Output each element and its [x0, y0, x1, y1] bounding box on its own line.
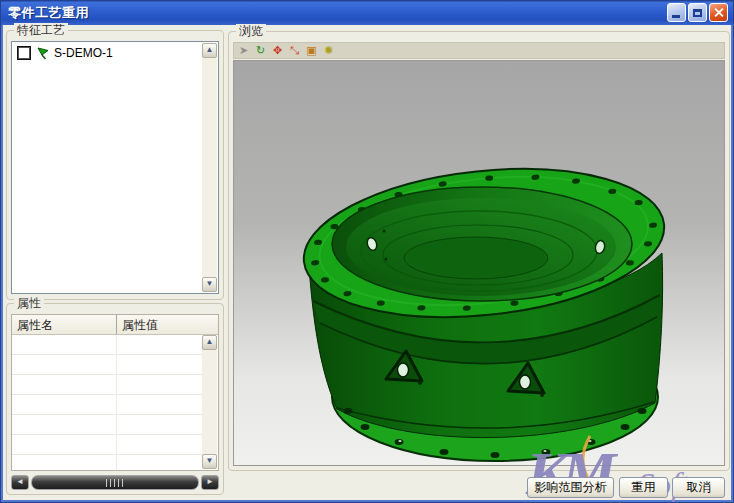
properties-table-body — [12, 335, 203, 470]
cancel-button[interactable]: 取消 — [672, 477, 725, 498]
minimize-button[interactable] — [667, 3, 686, 22]
maximize-icon — [693, 9, 702, 17]
scroll-up-button[interactable]: ▲ — [202, 43, 217, 58]
tree-item-s-demo-1[interactable]: S-DEMO-1 — [12, 42, 218, 60]
titlebar[interactable]: 零件工艺重用 — [0, 0, 734, 25]
close-icon — [713, 7, 724, 18]
browse-group: 浏览 ➤ ↻ ✥ ⤡ ▣ ✺ — [228, 31, 730, 471]
zoom-window-icon[interactable]: ▣ — [305, 44, 318, 57]
feature-process-group-label: 特征工艺 — [14, 23, 68, 37]
table-row — [12, 355, 203, 375]
maximize-button[interactable] — [688, 3, 707, 22]
properties-group: 属性 属性名 属性值 ▲ ▼ ◄ ► — [6, 303, 224, 495]
properties-group-label: 属性 — [14, 296, 44, 310]
browse-group-label: 浏览 — [236, 24, 266, 38]
window-controls — [667, 3, 728, 22]
green-flag-icon — [36, 47, 49, 60]
table-row — [12, 415, 203, 435]
view-toolbar: ➤ ↻ ✥ ⤡ ▣ ✺ — [233, 42, 725, 59]
minimize-icon — [672, 15, 680, 18]
impact-scope-analysis-button[interactable]: 影响范围分析 — [527, 477, 614, 498]
scrollbar-grip-icon — [106, 479, 124, 487]
tree-item-checkbox[interactable] — [17, 46, 31, 60]
pan-icon[interactable]: ✥ — [271, 44, 284, 57]
reuse-button[interactable]: 重用 — [619, 477, 668, 498]
dialog-window: 零件工艺重用 特征工艺 — [0, 0, 734, 503]
table-row — [12, 375, 203, 395]
properties-horizontal-scrollbar[interactable]: ◄ ► — [11, 475, 219, 490]
rotate-icon[interactable]: ↻ — [254, 44, 267, 57]
tree-item-label: S-DEMO-1 — [54, 46, 113, 60]
fit-view-icon[interactable]: ✺ — [322, 44, 335, 57]
table-row — [12, 335, 203, 355]
properties-table: 属性名 属性值 ▲ ▼ — [11, 314, 219, 471]
scroll-down-button[interactable]: ▼ — [202, 454, 217, 469]
feature-process-group: 特征工艺 S-DEMO-1 ▲ ▼ — [6, 30, 224, 300]
table-row — [12, 455, 203, 470]
scroll-up-button[interactable]: ▲ — [202, 335, 217, 350]
scroll-down-button[interactable]: ▼ — [202, 277, 217, 292]
column-header-name[interactable]: 属性名 — [12, 315, 116, 334]
properties-table-scrollbar[interactable]: ▲ ▼ — [202, 335, 217, 469]
model-viewport[interactable] — [233, 60, 725, 466]
scroll-right-button[interactable]: ► — [201, 475, 219, 490]
properties-table-header: 属性名 属性值 — [12, 315, 218, 335]
select-cursor-icon[interactable]: ➤ — [237, 44, 250, 57]
feature-tree-scrollbar[interactable]: ▲ ▼ — [202, 43, 217, 292]
horizontal-scrollbar-thumb[interactable] — [31, 475, 199, 490]
close-button[interactable] — [709, 3, 728, 22]
scroll-left-button[interactable]: ◄ — [11, 475, 29, 490]
model-3d — [234, 61, 726, 467]
table-row — [12, 395, 203, 415]
column-header-value[interactable]: 属性值 — [116, 315, 218, 334]
zoom-icon[interactable]: ⤡ — [288, 44, 301, 57]
dialog-client-area: 特征工艺 S-DEMO-1 ▲ ▼ 属性 — [3, 25, 731, 500]
feature-tree[interactable]: S-DEMO-1 ▲ ▼ — [11, 41, 219, 294]
window-title: 零件工艺重用 — [0, 4, 89, 22]
table-row — [12, 435, 203, 455]
